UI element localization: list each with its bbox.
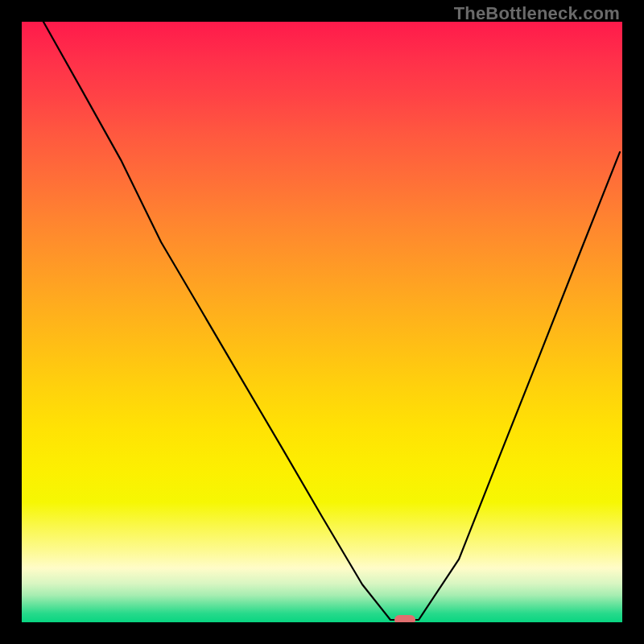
watermark-text: TheBottleneck.com <box>454 3 620 24</box>
bottleneck-curve <box>22 22 622 622</box>
chart-frame: TheBottleneck.com <box>0 0 644 644</box>
optimum-marker <box>394 615 415 622</box>
plot-area <box>22 22 622 622</box>
